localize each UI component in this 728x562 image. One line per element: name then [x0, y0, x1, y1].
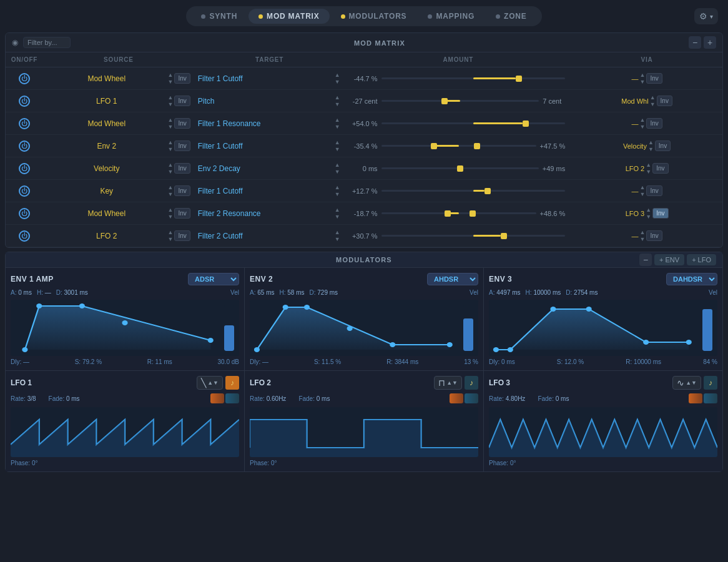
row5-via-inv[interactable]: Inv: [652, 163, 668, 174]
row4-via-arrows[interactable]: ▲▼: [647, 139, 655, 152]
row7-slider[interactable]: [381, 212, 536, 214]
row3-via-inv[interactable]: Inv: [646, 118, 662, 129]
lfo3-fade-in-btn[interactable]: [689, 393, 702, 403]
lfo3-canvas[interactable]: [489, 407, 717, 457]
row8-power-btn[interactable]: ⏻: [19, 230, 30, 242]
row3-target-arrows[interactable]: ▲▼: [333, 117, 342, 130]
tab-synth[interactable]: SYNTH: [191, 9, 247, 24]
lfo2-fade: Fade: 0 ms: [298, 395, 330, 402]
lfo2-sync-btn[interactable]: ♪: [465, 376, 478, 390]
tab-mapping[interactable]: MAPPING: [418, 9, 485, 24]
lfo3-fade-out-btn[interactable]: [704, 393, 717, 403]
row7-via-inv[interactable]: Inv: [652, 208, 668, 219]
env2-type-select[interactable]: AHDSRADSRDAHDSR: [427, 273, 478, 285]
row7-source-arrows[interactable]: ▲▼: [167, 207, 175, 220]
env3-type-select[interactable]: DAHDSRADSRAHDSR: [666, 273, 717, 285]
row5-source-inv[interactable]: Inv: [174, 163, 190, 174]
lfo2-wave-select[interactable]: ⊓ ▲▼: [434, 376, 462, 390]
env3-vel-bar[interactable]: [702, 305, 712, 351]
row8-source-arrows[interactable]: ▲▼: [167, 229, 175, 242]
tab-zone[interactable]: ZONE: [486, 9, 537, 24]
row3-slider[interactable]: [381, 122, 566, 124]
row1-amount-val: -44.7 %: [352, 75, 378, 82]
row3-source-arrows[interactable]: ▲▼: [167, 117, 175, 130]
row5-slider[interactable]: [381, 167, 539, 169]
row6-target-arrows[interactable]: ▲▼: [333, 184, 342, 197]
row6-via-inv[interactable]: Inv: [646, 185, 662, 196]
row2-via-inv[interactable]: Inv: [657, 96, 672, 106]
row4-source-inv[interactable]: Inv: [174, 140, 190, 151]
settings-gear[interactable]: ⚙ ▾: [694, 8, 718, 24]
row2-via2-val: 7 cent: [543, 97, 565, 105]
filter-select[interactable]: Filter by...: [23, 37, 71, 48]
lfo2-panel: LFO 2 ⊓ ▲▼ ♪ Rate: 0.60Hz Fade: 0 ms: [245, 371, 483, 471]
row5-source-arrows[interactable]: ▲▼: [167, 162, 175, 175]
tab-mod-matrix[interactable]: MOD MATRIX: [248, 9, 329, 24]
lfo1-header: LFO 1 ╲ ▲▼ ♪: [11, 376, 239, 390]
lfo3-wave-select[interactable]: ∿ ▲▼: [672, 376, 701, 390]
env1-canvas[interactable]: [11, 300, 239, 356]
row6-power-btn[interactable]: ⏻: [19, 185, 30, 197]
env3-canvas[interactable]: [489, 300, 717, 356]
row4-slider[interactable]: [381, 145, 536, 147]
env1-vel-fill: [224, 325, 234, 351]
row2-source-inv[interactable]: Inv: [174, 96, 190, 106]
lfo1-canvas[interactable]: [11, 407, 239, 457]
row1-power-btn[interactable]: ⏻: [19, 73, 30, 84]
row1-source-arrows[interactable]: ▲▼: [167, 72, 175, 85]
row7-target: Filter 2 Resonance: [198, 209, 333, 218]
row7-power-btn[interactable]: ⏻: [19, 208, 30, 219]
row2-slider[interactable]: [381, 100, 539, 102]
row6-slider[interactable]: [381, 190, 566, 192]
mod-matrix-plus-btn[interactable]: +: [704, 36, 716, 49]
lfo3-sync-btn[interactable]: ♪: [704, 376, 717, 390]
row1-slider[interactable]: [381, 77, 566, 79]
row6-source-arrows[interactable]: ▲▼: [167, 184, 175, 197]
row6-via-arrows[interactable]: ▲▼: [638, 184, 646, 197]
row4-power-btn[interactable]: ⏻: [19, 140, 30, 152]
row4-source-arrows[interactable]: ▲▼: [167, 139, 175, 152]
row7-source-inv[interactable]: Inv: [174, 208, 190, 219]
row6-source-inv[interactable]: Inv: [174, 185, 190, 196]
row1-via-inv[interactable]: Inv: [646, 73, 662, 84]
mod-matrix-minus-btn[interactable]: −: [689, 36, 701, 49]
row1-source-inv[interactable]: Inv: [174, 73, 190, 84]
row1-via-arrows[interactable]: ▲▼: [638, 72, 646, 85]
row8-source-inv[interactable]: Inv: [174, 230, 190, 241]
row8-via-inv[interactable]: Inv: [646, 230, 662, 241]
row3-source-inv[interactable]: Inv: [174, 118, 190, 129]
row7-target-arrows[interactable]: ▲▼: [333, 207, 342, 220]
row3-power-btn[interactable]: ⏻: [19, 118, 30, 129]
lfo1-fade-in-btn[interactable]: [210, 393, 224, 403]
lfo1-fade-out-btn[interactable]: [225, 393, 239, 403]
row2-source-arrows[interactable]: ▲▼: [167, 94, 175, 107]
row1-target-arrows[interactable]: ▲▼: [333, 72, 342, 85]
row7-via-arrows[interactable]: ▲▼: [644, 207, 652, 220]
row4-target-arrows[interactable]: ▲▼: [333, 139, 342, 152]
row5-target-arrows[interactable]: ▲▼: [333, 162, 342, 175]
row5-power-btn[interactable]: ⏻: [19, 163, 30, 174]
modulators-minus-btn[interactable]: −: [639, 254, 652, 266]
lfo2-fade-in-btn[interactable]: [450, 393, 463, 403]
lfo2-canvas[interactable]: [250, 407, 478, 457]
row8-via-arrows[interactable]: ▲▼: [638, 229, 646, 242]
lfo1-sync-btn[interactable]: ♪: [225, 376, 239, 390]
row2-power-btn[interactable]: ⏻: [19, 96, 30, 107]
env1-type-select[interactable]: ADSRAHDSRDAHDSR: [188, 273, 239, 285]
tab-modulators[interactable]: MODULATORS: [331, 9, 417, 24]
row2-target-arrows[interactable]: ▲▼: [333, 94, 342, 107]
add-env-btn[interactable]: + ENV: [654, 254, 684, 265]
env2-vel-bar[interactable]: [463, 305, 473, 351]
lfo1-wave-select[interactable]: ╲ ▲▼: [197, 376, 223, 390]
row8-target-arrows[interactable]: ▲▼: [333, 229, 342, 242]
row3-via-arrows[interactable]: ▲▼: [638, 117, 646, 130]
row2-via-arrows[interactable]: ▲▼: [649, 94, 657, 107]
lfo2-fade-out-btn[interactable]: [465, 393, 478, 403]
row4-via-inv[interactable]: Inv: [655, 140, 671, 151]
row8-slider[interactable]: [381, 235, 566, 237]
row5-via-arrows[interactable]: ▲▼: [644, 162, 652, 175]
table-row: ⏻ Env 2 ▲▼ Inv Filter 1 Cutoff ▲▼ -35.4 …: [6, 135, 722, 157]
env1-vel-bar[interactable]: [224, 305, 234, 351]
add-lfo-btn[interactable]: + LFO: [687, 254, 716, 265]
env2-canvas[interactable]: [250, 300, 478, 356]
